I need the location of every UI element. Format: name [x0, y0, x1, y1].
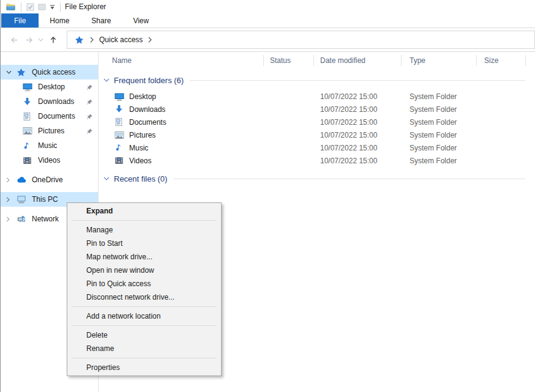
quick-access-star-icon	[72, 35, 87, 45]
menu-item-open-in-new-window[interactable]: Open in new window	[67, 264, 221, 277]
back-icon[interactable]	[7, 32, 21, 47]
menu-separator	[72, 358, 217, 358]
sidebar-item-downloads[interactable]: Downloads	[1, 94, 98, 109]
chevron-down-icon[interactable]	[6, 70, 13, 74]
file-name: Documents	[129, 118, 166, 127]
file-type: System Folder	[402, 131, 477, 139]
menu-item-map-network-drive[interactable]: Map network drive...	[67, 250, 221, 264]
qat-new-folder-icon[interactable]	[38, 3, 46, 11]
file-date-modified: 10/07/2022 15:00	[314, 131, 402, 139]
desktop-icon	[114, 92, 125, 102]
file-date-modified: 10/07/2022 15:00	[314, 92, 402, 101]
breadcrumb-chevron-icon[interactable]	[145, 37, 155, 43]
menu-separator	[72, 325, 217, 326]
menu-item-expand[interactable]: Expand	[67, 204, 221, 218]
ribbon-tab-bar: File Home Share View	[1, 13, 535, 28]
file-row-desktop[interactable]: Desktop 10/07/2022 15:00 System Folder	[99, 90, 535, 103]
file-row-downloads[interactable]: Downloads 10/07/2022 15:00 System Folder	[99, 103, 535, 116]
tab-share[interactable]: Share	[80, 13, 122, 28]
breadcrumb-chevron-icon[interactable]	[87, 37, 97, 43]
recent-locations-chevron-icon[interactable]	[36, 32, 45, 47]
app-folder-icon	[6, 2, 16, 12]
file-row-music[interactable]: Music 10/07/2022 15:00 System Folder	[99, 141, 535, 154]
sidebar-item-label: This PC	[32, 195, 58, 204]
file-type: System Folder	[402, 157, 477, 165]
column-header-date-modified[interactable]: Date modified	[314, 55, 402, 66]
context-menu: Expand Manage Pin to Start Map network d…	[67, 202, 222, 376]
tab-home[interactable]: Home	[39, 13, 80, 28]
chevron-down-icon[interactable]	[103, 177, 110, 180]
downloads-icon	[23, 97, 34, 106]
file-name: Music	[129, 144, 148, 152]
music-icon	[23, 141, 34, 150]
file-date-modified: 10/07/2022 15:00	[314, 144, 402, 152]
column-header-size[interactable]: Size	[477, 55, 526, 66]
sidebar-item-pictures[interactable]: Pictures	[1, 124, 98, 138]
chevron-right-icon[interactable]	[6, 177, 13, 183]
qat-properties-icon[interactable]	[26, 3, 34, 11]
menu-separator	[72, 220, 217, 221]
column-header-status[interactable]: Status	[264, 55, 314, 66]
pictures-icon	[114, 131, 125, 139]
sidebar-item-videos[interactable]: Videos	[1, 153, 98, 168]
sidebar-item-documents[interactable]: Documents	[1, 109, 98, 124]
pin-icon	[86, 84, 93, 91]
videos-icon	[114, 156, 125, 165]
menu-item-manage[interactable]: Manage	[67, 223, 221, 237]
file-type: System Folder	[402, 92, 477, 101]
menu-item-pin-to-quick-access[interactable]: Pin to Quick access	[67, 277, 221, 290]
downloads-icon	[114, 105, 125, 114]
sidebar-item-quick-access[interactable]: Quick access	[1, 65, 98, 80]
breadcrumb[interactable]: Quick access	[97, 35, 145, 44]
qat-customize-dropdown-icon[interactable]	[50, 4, 55, 10]
divider	[21, 2, 21, 12]
documents-icon	[114, 117, 125, 127]
file-type: System Folder	[402, 105, 477, 114]
tab-view[interactable]: View	[122, 13, 160, 28]
file-row-videos[interactable]: Videos 10/07/2022 15:00 System Folder	[99, 154, 535, 167]
forward-icon[interactable]	[21, 32, 36, 47]
title-bar: File Explorer	[1, 0, 535, 13]
group-header-frequent-folders[interactable]: Frequent folders (6)	[99, 73, 535, 87]
menu-item-pin-to-start[interactable]: Pin to Start	[67, 237, 221, 250]
menu-item-disconnect-network-drive[interactable]: Disconnect network drive...	[67, 290, 221, 304]
file-type: System Folder	[402, 118, 477, 127]
sidebar-item-label: Network	[32, 215, 59, 223]
group-divider-line	[190, 80, 525, 81]
file-name: Pictures	[129, 131, 155, 139]
column-header-row: Name Status Date modified Type Size	[99, 52, 535, 68]
menu-item-rename[interactable]: Rename	[67, 342, 221, 355]
pin-icon	[86, 98, 93, 105]
sidebar-item-label: Documents	[38, 112, 75, 120]
frequent-folders-rows: Desktop 10/07/2022 15:00 System Folder D…	[99, 90, 535, 167]
tab-file[interactable]: File	[1, 13, 39, 28]
menu-item-properties[interactable]: Properties	[67, 361, 221, 374]
chevron-right-icon[interactable]	[6, 197, 13, 202]
file-name: Downloads	[129, 105, 165, 114]
group-header-recent-files[interactable]: Recent files (0)	[99, 172, 535, 185]
chevron-down-icon[interactable]	[103, 78, 110, 82]
sidebar-item-music[interactable]: Music	[1, 138, 98, 153]
column-header-type[interactable]: Type	[402, 55, 477, 66]
sidebar-item-label: OneDrive	[32, 176, 63, 184]
divider	[60, 2, 61, 12]
file-row-documents[interactable]: Documents 10/07/2022 15:00 System Folder	[99, 116, 535, 128]
menu-item-delete[interactable]: Delete	[67, 328, 221, 342]
address-bar: Quick access	[1, 28, 535, 52]
sidebar-item-desktop[interactable]: Desktop	[1, 80, 98, 94]
file-row-pictures[interactable]: Pictures 10/07/2022 15:00 System Folder	[99, 128, 535, 141]
chevron-right-icon[interactable]	[6, 216, 13, 222]
this-pc-monitor-icon	[17, 195, 28, 204]
sidebar-item-label: Pictures	[38, 127, 64, 135]
pin-icon	[86, 128, 93, 135]
menu-item-add-a-network-location[interactable]: Add a network location	[67, 309, 221, 323]
column-header-name[interactable]: Name	[99, 55, 264, 66]
sidebar-item-onedrive[interactable]: OneDrive	[1, 172, 98, 187]
file-explorer-window: File Explorer File Home Share View Quic	[0, 0, 535, 392]
videos-icon	[23, 156, 34, 165]
address-input[interactable]: Quick access	[67, 31, 535, 49]
group-label: Recent files (0)	[114, 174, 167, 183]
file-name: Videos	[129, 157, 151, 165]
up-icon[interactable]	[46, 32, 61, 47]
window-title: File Explorer	[65, 2, 106, 11]
